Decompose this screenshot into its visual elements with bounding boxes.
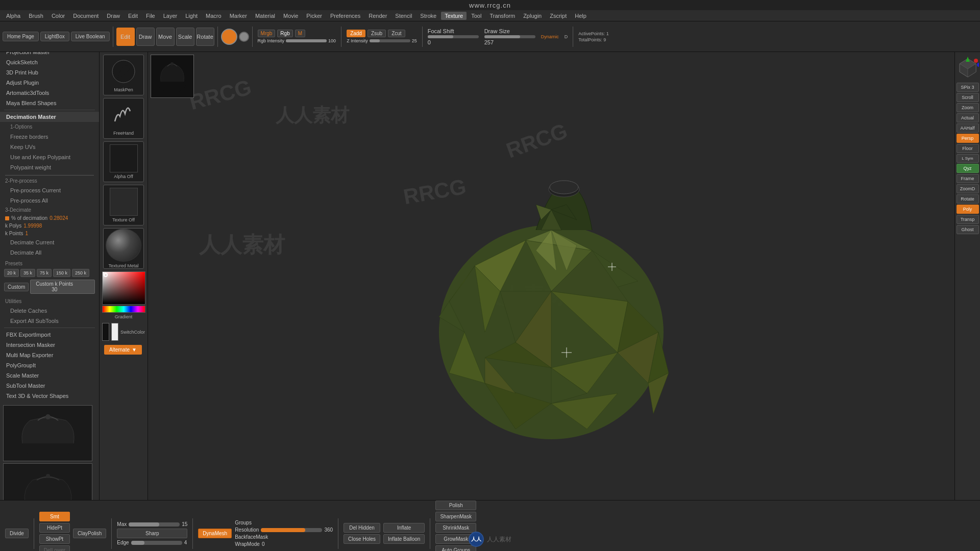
menu-zplugin[interactable]: Zplugin xyxy=(520,12,545,20)
menu-material[interactable]: Material xyxy=(252,12,279,20)
menu-macro[interactable]: Macro xyxy=(202,12,225,20)
pre-process-current[interactable]: Pre-process Current xyxy=(0,185,99,195)
scale-btn[interactable]: Scale xyxy=(176,28,194,46)
live-boolean-btn[interactable]: Live Boolean xyxy=(71,32,110,41)
decimate-all-btn[interactable]: Decimate All xyxy=(0,247,99,258)
delete-caches[interactable]: Delete Caches xyxy=(0,306,99,316)
menu-texture[interactable]: Texture xyxy=(441,12,467,20)
background-color[interactable] xyxy=(111,323,118,341)
draw-size-slider[interactable] xyxy=(484,35,535,38)
scale-master[interactable]: Scale Master xyxy=(0,370,99,381)
color-picker[interactable] xyxy=(102,271,145,305)
home-page-btn[interactable]: Home Page xyxy=(3,32,39,41)
keep-uvs[interactable]: Keep UVs xyxy=(0,142,99,152)
dyna-mesh-btn[interactable]: DynaMesh xyxy=(198,529,232,538)
transp-btn[interactable]: Transp xyxy=(957,215,979,224)
menu-preferences[interactable]: Preferences xyxy=(327,12,364,20)
menu-edit[interactable]: Edit xyxy=(125,12,141,20)
artomatic3d-tools[interactable]: Artomatic3dTools xyxy=(0,88,99,98)
menu-zscript[interactable]: Zscript xyxy=(546,12,570,20)
smt-btn[interactable]: Smt xyxy=(39,512,70,521)
zoom-btn[interactable]: Zoom xyxy=(957,103,979,112)
polish-btn[interactable]: Polish xyxy=(435,500,476,510)
fbx-exportimport[interactable]: FBX ExportImport xyxy=(0,330,99,340)
menu-stencil[interactable]: Stencil xyxy=(391,12,415,20)
frame-btn[interactable]: Frame xyxy=(957,174,979,183)
zsub-btn[interactable]: Zsub xyxy=(368,30,386,37)
menu-help[interactable]: Help xyxy=(571,12,590,20)
focal-shift-slider[interactable] xyxy=(428,35,479,38)
preset-150k[interactable]: 150 k xyxy=(53,269,70,277)
del-lower-btn[interactable]: DelLower xyxy=(39,545,70,551)
resolution-slider[interactable] xyxy=(261,528,322,532)
menu-light[interactable]: Light xyxy=(182,12,201,20)
move-btn[interactable]: Move xyxy=(156,28,175,46)
scroll-btn[interactable]: Scroll xyxy=(957,93,979,102)
thumbnail-1[interactable] xyxy=(3,405,92,461)
divide-btn[interactable]: Divide xyxy=(5,529,29,538)
ghost-btn[interactable]: Ghost xyxy=(957,225,979,234)
inflate-btn[interactable]: Inflate xyxy=(383,523,425,533)
hide-pt-btn[interactable]: HidePt xyxy=(39,523,70,533)
sharpen-mask-btn[interactable]: SharpenMask xyxy=(435,512,476,521)
foreground-color[interactable] xyxy=(102,323,109,341)
menu-alpha[interactable]: Alpha xyxy=(3,12,24,20)
draw-btn[interactable]: Draw xyxy=(136,28,155,46)
custom-points-btn[interactable]: Custom k Points 30 xyxy=(30,280,95,294)
polygroupit[interactable]: PolyGroupIt xyxy=(0,360,99,370)
freehand-brush[interactable]: FreeHand xyxy=(103,98,144,139)
secondary-color-swatch[interactable] xyxy=(239,32,249,42)
textured-metal-brush[interactable]: Textured Metal xyxy=(103,228,144,269)
preview-thumbnail[interactable] xyxy=(151,55,194,98)
lsym-btn[interactable]: L Sym xyxy=(957,154,979,163)
menu-document[interactable]: Document xyxy=(69,12,102,20)
hue-slider[interactable] xyxy=(102,306,145,313)
menu-marker[interactable]: Marker xyxy=(226,12,251,20)
inflate-balloon-btn[interactable]: Inflate Balloon xyxy=(383,534,425,544)
persp-btn[interactable]: Persp xyxy=(957,134,979,143)
rotate-btn[interactable]: Rotate xyxy=(957,194,979,204)
menu-brush[interactable]: Brush xyxy=(25,12,47,20)
use-keep-polypaint[interactable]: Use and Keep Polypaint xyxy=(0,152,99,162)
menu-layer[interactable]: Layer xyxy=(160,12,181,20)
menu-tool[interactable]: Tool xyxy=(468,12,485,20)
zadd-btn[interactable]: Zadd xyxy=(347,30,365,37)
intersection-masker[interactable]: Intersection Masker xyxy=(0,340,99,350)
qyz-btn[interactable]: Qyz xyxy=(957,164,979,173)
show-pt-btn[interactable]: ShowPt xyxy=(39,534,70,544)
export-all-subtools[interactable]: Export All SubTools xyxy=(0,316,99,326)
rotate-btn[interactable]: Rotate xyxy=(196,28,214,46)
close-holes-btn[interactable]: Close Holes xyxy=(344,534,380,544)
actual-btn[interactable]: Actual xyxy=(957,113,979,122)
quick-sketch[interactable]: QuickSketch xyxy=(0,57,99,67)
nav-cube[interactable] xyxy=(957,57,979,79)
adjust-plugin[interactable]: Adjust Plugin xyxy=(0,78,99,88)
menu-render[interactable]: Render xyxy=(365,12,390,20)
max-slider[interactable] xyxy=(129,522,180,527)
preset-75k[interactable]: 75 k xyxy=(37,269,52,277)
menu-color[interactable]: Color xyxy=(48,12,68,20)
menu-draw[interactable]: Draw xyxy=(103,12,124,20)
options-sub[interactable]: 1-Options xyxy=(0,122,99,132)
floor-btn[interactable]: Floor xyxy=(957,144,979,153)
rgb-btn[interactable]: Rgb xyxy=(277,30,292,37)
texture-off-brush[interactable]: Texture Off xyxy=(103,185,144,226)
mrgb-btn[interactable]: Mrgb xyxy=(258,30,276,37)
alpha-off-brush[interactable]: Alpha Off xyxy=(103,141,144,182)
lightbox-btn[interactable]: LightBox xyxy=(40,32,69,41)
alternate-btn[interactable]: Alternate ▼ xyxy=(104,345,142,355)
poly-btn[interactable]: Poly xyxy=(957,205,979,214)
spix-btn[interactable]: SPix 3 xyxy=(957,83,979,92)
freeze-borders[interactable]: Freeze borders xyxy=(0,132,99,142)
pre-process-all[interactable]: Pre-process All xyxy=(0,195,99,206)
edge-slider[interactable] xyxy=(131,541,182,545)
menu-stroke[interactable]: Stroke xyxy=(416,12,440,20)
del-hidden-btn[interactable]: Del Hidden xyxy=(344,523,380,533)
color-swatch[interactable] xyxy=(221,29,237,45)
decimation-master[interactable]: Decimation Master xyxy=(0,112,99,122)
preset-35k[interactable]: 35 k xyxy=(20,269,35,277)
menu-file[interactable]: File xyxy=(142,12,159,20)
sharp-btn[interactable]: Sharp xyxy=(117,529,187,538)
decimate-current-btn[interactable]: Decimate Current xyxy=(0,237,99,247)
3d-print-hub[interactable]: 3D Print Hub xyxy=(0,67,99,78)
